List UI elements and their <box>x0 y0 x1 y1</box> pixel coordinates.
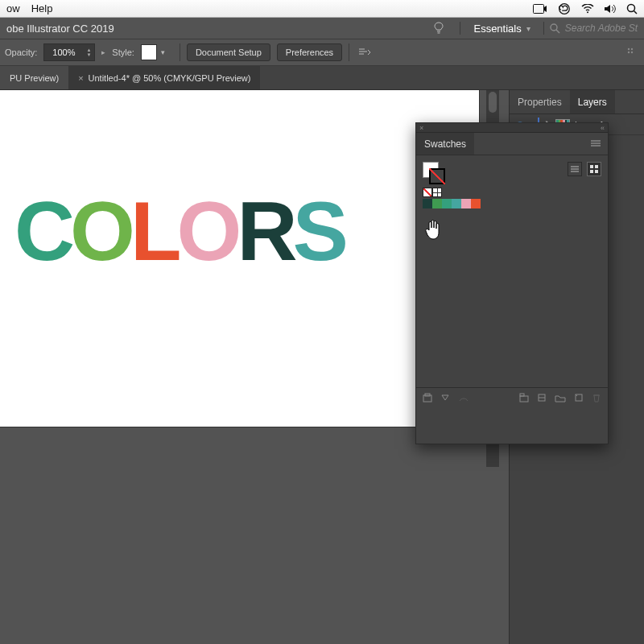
fill-stroke-indicator[interactable] <box>423 162 445 184</box>
document-tabbar: PU Preview) × Untitled-4* @ 50% (CMYK/GP… <box>0 66 644 90</box>
divider <box>543 22 544 35</box>
tab-close-icon[interactable]: × <box>78 73 83 83</box>
app-title: obe Illustrator CC 2019 <box>6 23 114 35</box>
artwork-letter[interactable]: S <box>293 184 344 279</box>
none-swatch[interactable] <box>423 188 432 197</box>
new-swatch-icon[interactable] <box>574 393 584 405</box>
panel-menu-icon[interactable] <box>584 138 608 150</box>
artwork-text[interactable]: COLORS <box>14 184 344 279</box>
color-swatch[interactable] <box>442 199 452 208</box>
preferences-button[interactable]: Preferences <box>277 43 342 61</box>
style-label: Style: <box>112 47 134 57</box>
grid-view-icon[interactable] <box>587 162 601 176</box>
swatch-kind-menu-icon[interactable] <box>440 393 450 405</box>
svg-point-14 <box>628 52 630 53</box>
color-swatch[interactable] <box>423 199 432 208</box>
align-menu-icon[interactable] <box>356 43 374 61</box>
artwork-letter[interactable]: L <box>130 184 177 279</box>
panel-close-icon[interactable]: × <box>419 124 423 132</box>
artwork-letter[interactable]: R <box>237 184 292 279</box>
artboard[interactable]: COLORS <box>0 90 479 427</box>
registration-swatch[interactable] <box>432 188 442 197</box>
wifi-icon[interactable] <box>581 4 594 14</box>
document-setup-button[interactable]: Document Setup <box>187 43 270 61</box>
list-view-icon[interactable] <box>568 162 582 176</box>
delete-swatch-icon[interactable] <box>592 393 601 405</box>
folder-icon[interactable] <box>555 394 566 405</box>
workspace-switcher[interactable]: Essentials <box>465 19 538 38</box>
swatches-panel-footer <box>416 387 608 410</box>
svg-rect-24 <box>595 165 598 168</box>
svg-point-3 <box>628 4 635 11</box>
svg-point-15 <box>631 52 633 53</box>
svg-rect-30 <box>520 394 524 396</box>
swatch-options-icon[interactable] <box>458 394 469 405</box>
swatch-options2-icon[interactable] <box>537 393 547 405</box>
spotlight-icon[interactable] <box>626 3 638 14</box>
options-bar: Opacity: 100% ▲▼ ▸ Style: Document Setup… <box>0 39 644 66</box>
swatches-panel[interactable]: × « Swatches <box>415 122 609 444</box>
panel-collapse-icon[interactable]: « <box>601 124 605 132</box>
search-field[interactable]: Search Adobe St <box>549 23 638 34</box>
document-tab-active[interactable]: × Untitled-4* @ 50% (CMYK/GPU Preview) <box>68 66 260 89</box>
svg-point-13 <box>631 48 633 50</box>
app-titlebar: obe Illustrator CC 2019 Essentials Searc… <box>0 18 644 39</box>
artwork-letter[interactable]: C <box>14 184 70 279</box>
opacity-field[interactable]: 100% ▲▼ <box>43 43 95 61</box>
svg-line-4 <box>634 10 638 14</box>
swatch-libraries-icon[interactable] <box>423 393 432 405</box>
menu-help[interactable]: Help <box>31 2 53 14</box>
divider <box>349 43 349 61</box>
svg-rect-26 <box>595 170 598 173</box>
divider <box>460 22 460 35</box>
screen-record-icon[interactable] <box>533 4 547 14</box>
tab-properties[interactable]: Properties <box>510 90 570 114</box>
svg-point-2 <box>587 11 588 13</box>
tab-layers[interactable]: Layers <box>570 90 615 114</box>
new-color-group-icon[interactable] <box>519 393 529 405</box>
graphic-style-swatch[interactable] <box>141 44 157 60</box>
svg-line-8 <box>556 30 559 33</box>
color-swatch[interactable] <box>452 199 461 208</box>
color-swatch[interactable] <box>461 199 471 208</box>
tab-label: PU Preview) <box>10 73 59 83</box>
document-tab[interactable]: PU Preview) <box>0 66 68 89</box>
tab-label: Untitled-4* @ 50% (CMYK/GPU Preview) <box>89 73 251 83</box>
swatches-tab[interactable]: Swatches <box>416 133 474 155</box>
svg-rect-0 <box>534 4 544 13</box>
swatch-row <box>423 199 601 208</box>
svg-rect-29 <box>520 396 528 402</box>
color-swatch[interactable] <box>432 199 442 208</box>
divider <box>180 43 180 61</box>
creative-cloud-icon[interactable] <box>557 3 572 14</box>
color-swatch[interactable] <box>471 199 481 208</box>
svg-rect-25 <box>590 170 593 173</box>
search-placeholder: Search Adobe St <box>565 23 638 34</box>
mac-menubar: ow Help <box>0 0 644 18</box>
svg-point-12 <box>628 48 630 50</box>
opacity-label: Opacity: <box>5 47 37 57</box>
panel-options-icon[interactable] <box>625 45 639 60</box>
artwork-letter[interactable]: O <box>70 184 130 279</box>
svg-point-7 <box>551 24 557 31</box>
svg-rect-23 <box>590 165 593 168</box>
opacity-value: 100% <box>44 47 83 57</box>
volume-icon[interactable] <box>604 4 617 14</box>
panel-grip[interactable]: × « <box>416 123 608 133</box>
learn-icon[interactable] <box>432 22 445 35</box>
artwork-letter[interactable]: O <box>177 184 237 279</box>
menu-window[interactable]: ow <box>6 2 20 14</box>
stroke-swatch[interactable] <box>429 168 445 184</box>
